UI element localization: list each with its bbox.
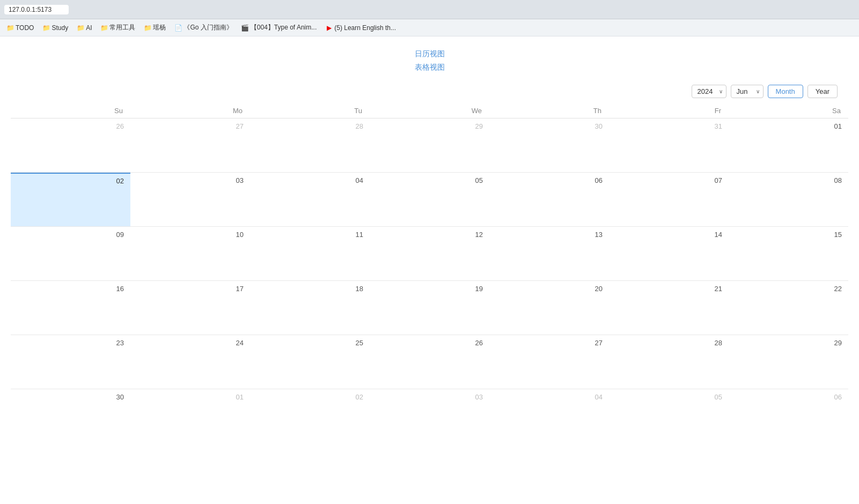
date-number: 20 [493,285,603,293]
date-number: 28 [253,122,363,130]
calendar-cell[interactable]: 26 [11,118,130,172]
calendar-cell[interactable]: 10 [130,227,250,280]
date-number: 10 [134,231,244,239]
calendar-cell[interactable]: 05 [609,389,729,443]
calendar-cell[interactable]: 29 [370,118,489,172]
calendar-cell[interactable]: 01 [729,118,848,172]
calendar-grid: 26 27 28 29 30 31 01 02 03 04 05 06 07 0… [11,118,848,443]
bookmark-go[interactable]: 📄 《Go 入门指南》 [171,22,236,33]
calendar-cell[interactable]: 14 [609,227,729,280]
calendar-cell[interactable]: 28 [609,335,729,389]
calendar-cell[interactable]: 05 [370,173,489,226]
bookmark-label: (5) Learn English th... [334,24,396,32]
date-number: 24 [134,339,244,347]
folder-icon: 📁 [100,24,108,32]
bookmark-004[interactable]: 🎬 【004】Type of Anim... [238,22,320,33]
bookmark-study[interactable]: 📁 Study [39,23,71,33]
date-number: 16 [14,285,124,293]
calendar-cell[interactable]: 28 [250,118,370,172]
date-number: 05 [373,176,483,184]
folder-icon: 📁 [77,24,84,32]
calendar-cell[interactable]: 15 [729,227,848,280]
calendar-cell[interactable]: 22 [729,281,848,335]
weekday-sa: Sa [729,107,848,115]
calendar-cell[interactable]: 01 [130,389,250,443]
calendar-cell[interactable]: 20 [489,281,609,335]
calendar-cell-today[interactable]: 02 [11,173,130,226]
date-number: 26 [14,122,124,130]
date-number: 18 [253,285,363,293]
calendar-cell[interactable]: 26 [370,335,489,389]
calendar-cell[interactable]: 16 [11,281,130,335]
calendar-cell[interactable]: 27 [130,118,250,172]
table-view-link[interactable]: 表格视图 [415,61,445,74]
date-number: 14 [612,231,722,239]
calendar-view-link[interactable]: 日历视图 [415,47,445,61]
date-number: 28 [612,339,722,347]
calendar: Su Mo Tu We Th Fr Sa 26 27 28 29 30 31 0… [11,107,848,443]
calendar-cell[interactable]: 12 [370,227,489,280]
date-number: 02 [14,177,124,185]
calendar-cell[interactable]: 04 [250,173,370,226]
bookmark-todo[interactable]: 📁 TODO [3,23,37,33]
bookmark-learn-english[interactable]: ▶ (5) Learn English th... [322,23,399,33]
calendar-cell[interactable]: 03 [370,389,489,443]
calendar-row: 16 17 18 19 20 21 22 [11,281,848,335]
date-number: 04 [493,393,603,401]
date-number: 19 [373,285,483,293]
calendar-row: 02 03 04 05 06 07 08 [11,173,848,227]
calendar-cell[interactable]: 30 [489,118,609,172]
date-number: 25 [253,339,363,347]
weekday-su: Su [11,107,130,115]
bookmark-tools[interactable]: 📁 常用工具 [97,22,138,33]
calendar-cell[interactable]: 04 [489,389,609,443]
year-button[interactable]: Year [807,85,838,98]
date-number: 15 [732,231,842,239]
month-button[interactable]: Month [768,85,803,98]
calendar-cell[interactable]: 29 [729,335,848,389]
browser-bar: 127.0.0.1:5173 [0,0,859,19]
bookmark-label: 《Go 入门指南》 [183,23,232,32]
calendar-cell[interactable]: 23 [11,335,130,389]
year-select[interactable]: 2024 2023 2025 [692,85,726,98]
calendar-cell[interactable]: 27 [489,335,609,389]
calendar-cell[interactable]: 11 [250,227,370,280]
calendar-cell[interactable]: 19 [370,281,489,335]
date-number: 05 [612,393,722,401]
calendar-cell[interactable]: 24 [130,335,250,389]
date-number: 09 [14,231,124,239]
top-links: 日历视图 表格视图 [11,47,848,74]
calendar-cell[interactable]: 18 [250,281,370,335]
weekday-mo: Mo [130,107,250,115]
calendar-cell[interactable]: 25 [250,335,370,389]
folder-icon: 📁 [42,24,50,32]
year-select-wrapper: 2024 2023 2025 [692,85,726,98]
calendar-cell[interactable]: 31 [609,118,729,172]
date-number: 12 [373,231,483,239]
calendar-cell[interactable]: 13 [489,227,609,280]
folder-icon: 📁 [6,24,14,32]
bookmark-label: TODO [16,24,34,32]
date-number: 01 [134,393,244,401]
date-number: 11 [253,231,363,239]
month-select[interactable]: Jan Feb Mar Apr May Jun Jul Aug Sep Oct … [731,85,763,98]
date-number: 06 [493,176,603,184]
bookmark-label: 【004】Type of Anim... [251,23,317,32]
calendar-cell[interactable]: 30 [11,389,130,443]
folder-icon: 📁 [144,24,151,32]
bookmark-label: AI [86,24,92,32]
calendar-cell[interactable]: 02 [250,389,370,443]
bookmark-ai[interactable]: 📁 AI [74,23,95,33]
bookmark-yaoyang[interactable]: 📁 瑶杨 [141,22,169,33]
calendar-row: 26 27 28 29 30 31 01 [11,118,848,173]
calendar-cell[interactable]: 06 [489,173,609,226]
calendar-cell[interactable]: 06 [729,389,848,443]
date-number: 01 [732,122,842,130]
calendar-cell[interactable]: 03 [130,173,250,226]
calendar-cell[interactable]: 08 [729,173,848,226]
calendar-row: 23 24 25 26 27 28 29 [11,335,848,389]
calendar-cell[interactable]: 09 [11,227,130,280]
calendar-cell[interactable]: 17 [130,281,250,335]
calendar-cell[interactable]: 07 [609,173,729,226]
calendar-cell[interactable]: 21 [609,281,729,335]
